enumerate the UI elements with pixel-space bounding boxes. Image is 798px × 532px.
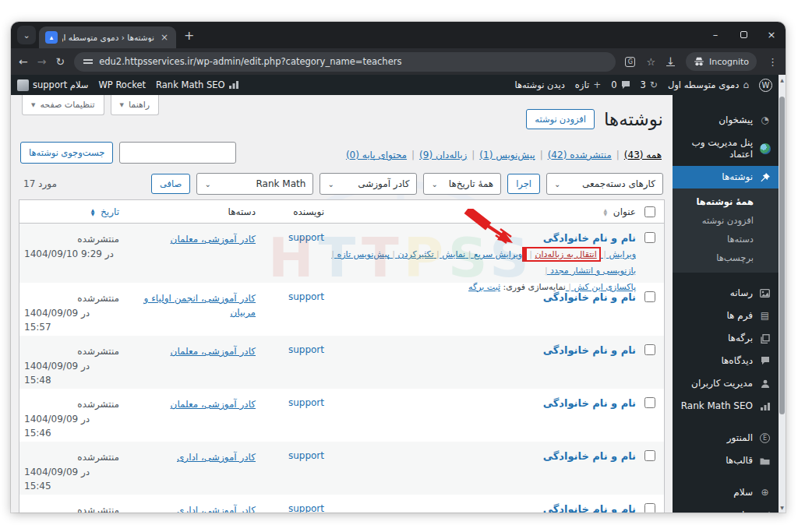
row-checkbox[interactable] <box>644 503 655 513</box>
row-checkbox[interactable] <box>644 291 655 302</box>
categories-link[interactable]: کادر آموزشی، اداری <box>177 503 256 513</box>
select-all-checkbox[interactable] <box>644 206 655 217</box>
maximize-button[interactable] <box>729 22 757 48</box>
sidebar-item-hello[interactable]: ⊕ سلام <box>673 481 779 504</box>
status-filter-link[interactable]: منتشرشده (42) <box>548 150 612 160</box>
author-link[interactable]: support <box>288 450 324 461</box>
sidebar-item-users[interactable]: مدیریت کاربران <box>673 372 779 395</box>
status-filter-link[interactable]: پیش‌نویس (1) <box>479 150 535 160</box>
sidebar-item-rank-math[interactable]: Rank Math SEO <box>673 395 779 417</box>
scroll-down-icon[interactable]: ▼ <box>779 505 786 510</box>
browser-tab[interactable]: ▴ نوشته‌ها ‹ دموی متوسطه اول — × <box>39 26 176 48</box>
search-posts-button[interactable]: جست‌وجوی نوشته‌ها <box>20 142 113 164</box>
dates-filter-select[interactable]: همهٔ تاریخ‌ها⌄ <box>423 173 501 195</box>
adminbar-wp-rocket[interactable]: WP Rocket <box>98 79 146 90</box>
sidebar-item-dashboard[interactable]: ◔ پیشخوان <box>673 109 779 132</box>
categories-link[interactable]: کادر آموزشی، معلمان <box>171 232 256 246</box>
duplicate-link[interactable]: تکثیرکردن <box>390 249 434 259</box>
sidebar-item-forms[interactable]: ▤ فرم ها <box>673 305 779 327</box>
bulk-actions-select[interactable]: کارهای دسته‌جمعی⌄ <box>546 173 663 195</box>
new-draft-link[interactable]: پیش‌نویس تازه <box>331 249 389 259</box>
post-title-link[interactable]: نام و نام خانوادگی <box>543 344 636 356</box>
status-filter-link[interactable]: همه (43) <box>624 150 662 160</box>
page-scrollbar[interactable]: ▲ ▼ <box>779 75 786 513</box>
sidebar-item-comments[interactable]: دیدگاه‌ها <box>673 350 779 372</box>
search-input[interactable] <box>119 142 236 164</box>
post-title-link[interactable]: نام و نام خانوادگی <box>543 232 636 244</box>
author-link[interactable]: support <box>288 503 324 513</box>
sidebar-item-elementor[interactable]: E المنتور <box>673 427 779 449</box>
browser-menu-icon[interactable]: ⋮ <box>768 56 778 68</box>
tab-search-button[interactable]: ⌄ <box>17 26 36 44</box>
screen-options-tab[interactable]: تنظیمات صفحه▼ <box>22 95 104 115</box>
sidebar-item-trust-panel[interactable]: پنل مدیریت وب اعتماد <box>673 132 779 166</box>
instant-index-link[interactable]: ثبت برگه <box>468 282 500 292</box>
adminbar-new[interactable]: + تازه <box>575 79 601 90</box>
submenu-add-post[interactable]: افزودن نوشته <box>673 211 779 230</box>
author-link[interactable]: support <box>288 232 324 243</box>
adminbar-updates[interactable]: ↻ 3 <box>641 79 658 90</box>
post-title-link[interactable]: نام و نام خانوادگی <box>543 291 636 303</box>
apply-button[interactable]: اجرا <box>507 174 540 194</box>
author-link[interactable]: support <box>288 397 324 408</box>
scroll-up-icon[interactable]: ▲ <box>779 77 786 83</box>
downloads-icon[interactable]: ↓ <box>666 57 675 66</box>
category-filter-select[interactable]: کادر آموزشی⌄ <box>320 173 417 195</box>
submenu-tags[interactable]: برچسب‌ها <box>673 248 779 267</box>
sidebar-item-pages[interactable]: برگه‌ها <box>673 327 779 350</box>
post-title-link[interactable]: نام و نام خانوادگی <box>543 450 636 462</box>
quick-edit-link[interactable]: ویرایش سریع <box>465 249 522 259</box>
new-tab-button[interactable]: + <box>184 28 194 43</box>
reload-icon[interactable]: ↻ <box>55 55 65 68</box>
categories-link[interactable]: کادر آموزشی، اداری <box>177 450 256 464</box>
author-link[interactable]: support <box>288 344 324 355</box>
window-controls: – × <box>701 22 786 48</box>
row-checkbox[interactable] <box>644 232 655 243</box>
wordpress-logo-icon[interactable]: W <box>759 79 772 92</box>
posts-table: عنوان ▲▼ نویسنده دسته‌ها تاریخ ▲▼ <box>19 199 665 513</box>
edit-link[interactable]: ویرایش <box>601 249 636 259</box>
sidebar-item-media[interactable]: رسانه <box>673 282 779 305</box>
post-title-link[interactable]: نام و نام خانوادگی <box>543 503 636 513</box>
submenu-categories[interactable]: دسته‌ها <box>673 230 779 248</box>
site-settings-icon[interactable] <box>83 58 93 65</box>
move-to-trash-link[interactable]: انتقال به زباله‌دان <box>535 249 596 259</box>
translate-icon[interactable]: G <box>625 57 635 67</box>
tab-close-icon[interactable]: × <box>159 32 170 43</box>
close-window-button[interactable]: × <box>757 22 786 48</box>
header-title[interactable]: عنوان ▲▼ <box>324 206 636 217</box>
header-date[interactable]: تاریخ ▲▼ <box>19 206 119 217</box>
adminbar-rank-math[interactable]: Rank Math SEO <box>156 79 238 90</box>
submenu-all-posts[interactable]: همهٔ نوشته‌ها <box>673 192 779 211</box>
status-filter-link[interactable]: محتوای پایه (0) <box>346 150 407 160</box>
row-checkbox[interactable] <box>644 450 655 461</box>
adminbar-view-posts[interactable]: دیدن نوشته‌ها <box>514 79 564 90</box>
clear-cache-link[interactable]: پاکسازی این کش <box>566 282 636 292</box>
rewrite-republish-link[interactable]: بازنویسی و انتشار مجدد <box>545 266 636 276</box>
sidebar-item-templates[interactable]: قالب‌ها <box>673 449 779 472</box>
filter-button[interactable]: صافی <box>151 174 190 194</box>
add-post-button[interactable]: افزودن نوشته <box>526 109 595 129</box>
sidebar-item-appearance-partial[interactable]: نمایش <box>673 504 779 513</box>
row-checkbox[interactable] <box>644 344 655 355</box>
bookmark-star-icon[interactable]: ☆ <box>646 56 655 68</box>
adminbar-site-name[interactable]: ⌂ دموی متوسطه اول <box>668 79 749 90</box>
address-bar[interactable]: edu2.httpsservices.ir/wp-admin/edit.php?… <box>74 52 616 72</box>
view-link[interactable]: نمایش <box>434 249 466 259</box>
minimize-button[interactable]: – <box>701 22 729 48</box>
back-icon[interactable]: ← <box>19 55 28 68</box>
sidebar-item-posts[interactable]: نوشته‌ها <box>673 166 779 188</box>
help-tab[interactable]: راهنما▼ <box>111 95 160 115</box>
row-checkbox[interactable] <box>644 397 655 408</box>
adminbar-account[interactable]: سلام support <box>17 79 88 91</box>
rankmath-filter-select[interactable]: Rank Math⌄ <box>196 173 313 195</box>
status-filter-link[interactable]: زباله‌دان (9) <box>419 150 467 160</box>
scrollbar-thumb[interactable] <box>779 97 785 414</box>
adminbar-comments[interactable]: 0 <box>611 79 630 90</box>
categories-link[interactable]: کادر آموزشی، معلمان <box>171 397 256 411</box>
forward-icon[interactable]: → <box>37 55 47 68</box>
post-title-link[interactable]: نام و نام خانوادگی <box>543 397 636 409</box>
categories-link[interactable]: کادر آموزشی، معلمان <box>171 344 256 358</box>
categories-link[interactable]: کادر آموزشی، انجمن اولیاء و مربیان <box>127 291 256 319</box>
author-link[interactable]: support <box>288 291 324 302</box>
